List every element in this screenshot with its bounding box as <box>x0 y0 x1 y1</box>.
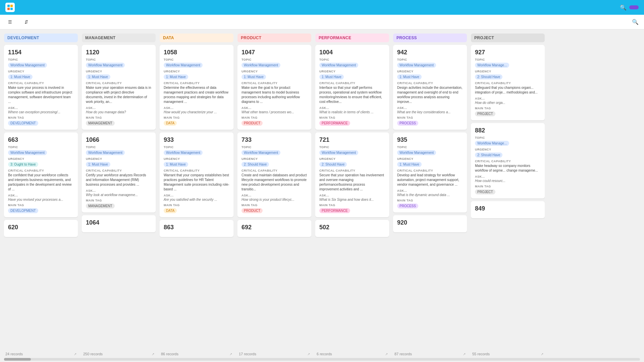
topic-label: TOPIC <box>164 58 229 61</box>
critical-capability-label: CRITICAL CAPABILITY <box>319 81 385 85</box>
column-footer-development: 24 records↗ <box>4 350 78 358</box>
more-button[interactable] <box>38 21 43 23</box>
urgency-tag: 2: Should Have <box>319 162 347 167</box>
ask-label: ASK... <box>319 106 385 110</box>
main-tag: PRODUCT <box>241 208 263 213</box>
card-id: 1120 <box>86 49 152 56</box>
search-icon[interactable]: 🔍 <box>632 19 639 25</box>
expand-icon[interactable]: ↗ <box>463 352 466 356</box>
expand-icon[interactable]: ↗ <box>229 352 232 356</box>
column-header-data: DATA <box>160 34 233 42</box>
table-row[interactable]: 502 <box>315 220 389 237</box>
main-tag-label: MAIN TAG <box>241 203 307 207</box>
table-row[interactable]: 733TOPICWorkflow ManagementURGENCY2: Sho… <box>237 132 311 217</box>
column-footer-data: 86 records↗ <box>160 350 233 358</box>
expand-icon[interactable]: ↗ <box>152 352 154 356</box>
table-row[interactable]: 942TOPICWorkflow ManagementURGENCY1: Mus… <box>393 45 467 130</box>
column-footer-management: 250 records↗ <box>82 350 156 358</box>
ask-text: Where can exception processing/... <box>8 110 74 114</box>
table-row[interactable]: 1047TOPICWorkflow ManagementURGENCY1: Mu… <box>237 45 311 130</box>
critical-capability-text: Secure that your operation has involveme… <box>319 173 385 192</box>
urgency-label: URGENCY <box>319 157 385 161</box>
critical-capability-text: Make sure the goal is for product manage… <box>241 85 307 104</box>
urgency-tag: 1: Must Have <box>241 74 266 79</box>
main-tag: PROCESS <box>397 203 418 208</box>
sort-button[interactable]: ⇵ <box>22 18 33 26</box>
topic-tag: Workflow Management <box>397 63 436 68</box>
main-tag-label: MAIN TAG <box>86 199 152 202</box>
critical-capability-text: Develop and lead strategy for workflow a… <box>397 173 463 187</box>
table-row[interactable]: 849 <box>471 201 545 218</box>
card-id: 1066 <box>86 136 152 143</box>
signup-button[interactable] <box>629 5 639 9</box>
topic-tag: Workflow Management <box>319 63 358 68</box>
urgency-tag: 1: Must Have <box>164 162 188 167</box>
ask-label: ASK... <box>86 106 152 110</box>
expand-icon[interactable]: ↗ <box>541 352 543 356</box>
table-row[interactable]: 1064 <box>82 215 156 232</box>
app-logo[interactable] <box>5 3 17 12</box>
filter-button[interactable]: ☰ <box>5 18 16 26</box>
table-row[interactable]: 692 <box>237 220 311 237</box>
table-row[interactable]: 1004TOPICWorkflow ManagementURGENCY1: Mu… <box>315 45 389 130</box>
card-id: 882 <box>475 127 541 134</box>
urgency-label: URGENCY <box>475 70 541 73</box>
table-row[interactable]: 1066TOPICWorkflow ManagementURGENCY1: Mu… <box>82 132 156 213</box>
card-id: 1047 <box>241 49 307 56</box>
table-row[interactable]: 882TOPICWorkflow Manage...URGENCY2: Shou… <box>471 123 545 198</box>
table-row[interactable]: 1120TOPICWorkflow ManagementURGENCY1: Mu… <box>82 45 156 130</box>
table-row[interactable]: 1154TOPICWorkflow ManagementURGENCY1: Mu… <box>4 45 78 130</box>
ask-label: ASK... <box>8 106 74 110</box>
column-header-development: DEVELOPMENT <box>4 34 78 42</box>
main-tag: DATA <box>164 121 177 126</box>
ask-label: ASK... <box>8 194 74 197</box>
table-row[interactable]: 620 <box>4 220 78 237</box>
critical-capability-text: Make headway so company monitors workflo… <box>475 164 541 173</box>
urgency-label: URGENCY <box>164 157 229 161</box>
table-row[interactable]: 927TOPICWorkflow Manage...URGENCY2: Shou… <box>471 45 545 120</box>
urgency-label: URGENCY <box>8 70 74 73</box>
table-row[interactable]: 663TOPICWorkflow ManagementURGENCY3: Oug… <box>4 132 78 217</box>
table-row[interactable]: 935TOPICWorkflow ManagementURGENCY1: Mus… <box>393 132 467 213</box>
expand-icon[interactable]: ↗ <box>307 352 310 356</box>
critical-capability-text: Make sure your operation ensures data is… <box>86 85 152 104</box>
urgency-tag: 2: Should Have <box>241 162 269 167</box>
critical-capability-text: Interface so that your staff performs pr… <box>319 85 385 104</box>
search-icon[interactable]: 🔍 <box>620 4 627 11</box>
topic-label: TOPIC <box>241 58 307 61</box>
ask-label: ASK... <box>86 189 152 192</box>
table-row[interactable]: 863 <box>160 220 233 237</box>
urgency-tag: 1: Must Have <box>86 74 110 79</box>
card-id: 733 <box>241 136 307 143</box>
main-tag: MANAGEMENT <box>86 203 115 208</box>
ask-text: How would you characterize your ... <box>164 110 229 114</box>
kanban-column-development: DEVELOPMENT1154TOPICWorkflow ManagementU… <box>4 34 78 358</box>
critical-capability-text: Be confident that your workforce collect… <box>8 173 74 192</box>
table-row[interactable]: 933TOPICWorkflow ManagementURGENCY1: Mus… <box>160 132 233 217</box>
toolbar-right-search[interactable]: 🔍 <box>632 19 639 25</box>
svg-rect-3 <box>10 8 13 10</box>
critical-capability-label: CRITICAL CAPABILITY <box>397 81 463 85</box>
card-id: 1004 <box>319 49 385 56</box>
critical-capability-label: CRITICAL CAPABILITY <box>241 169 307 172</box>
logo-icon <box>5 3 15 12</box>
table-row[interactable]: 920 <box>393 215 467 232</box>
card-id: 721 <box>319 136 385 143</box>
horizontal-scrollbar[interactable] <box>4 358 640 361</box>
topic-label: TOPIC <box>475 58 541 61</box>
ask-text: What is realistic in terms of clients ..… <box>319 110 385 114</box>
scrollbar-thumb[interactable] <box>4 358 31 361</box>
ask-label: ASK... <box>397 106 463 110</box>
expand-icon[interactable]: ↗ <box>385 352 388 356</box>
topic-label: TOPIC <box>86 145 152 149</box>
topic-tag: Workflow Manage... <box>475 63 509 68</box>
main-tag-label: MAIN TAG <box>475 185 541 188</box>
expand-icon[interactable]: ↗ <box>74 352 76 356</box>
table-row[interactable]: 1058TOPICWorkflow ManagementURGENCY1: Mu… <box>160 45 233 130</box>
critical-capability-label: CRITICAL CAPABILITY <box>319 169 385 172</box>
card-id: 692 <box>241 224 307 231</box>
ask-text: How do you manage data? <box>86 110 152 114</box>
column-header-process: PROCESS <box>393 34 467 42</box>
table-row[interactable]: 721TOPICWorkflow ManagementURGENCY2: Sho… <box>315 132 389 217</box>
card-id: 1154 <box>8 49 74 56</box>
